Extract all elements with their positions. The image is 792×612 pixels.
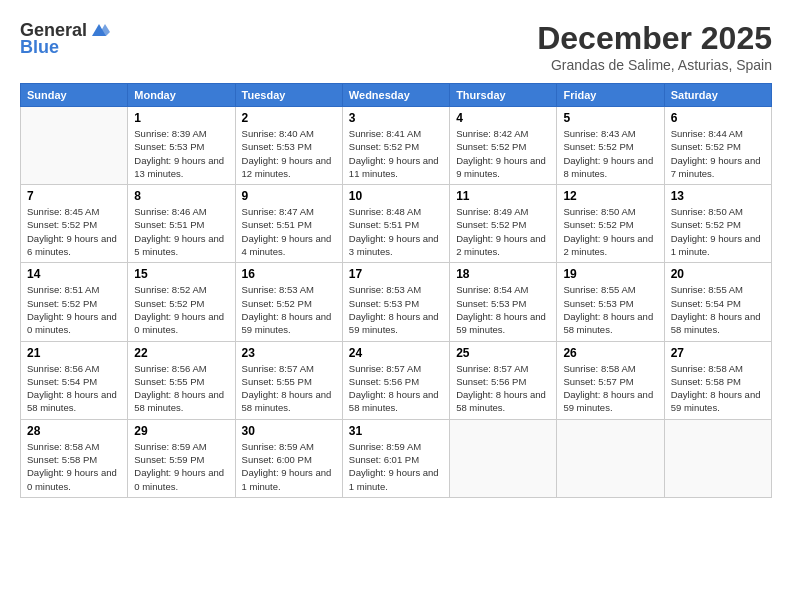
- day-info: Sunrise: 8:59 AMSunset: 5:59 PMDaylight:…: [134, 440, 228, 493]
- day-info: Sunrise: 8:42 AMSunset: 5:52 PMDaylight:…: [456, 127, 550, 180]
- day-number: 30: [242, 424, 336, 438]
- location-title: Grandas de Salime, Asturias, Spain: [537, 57, 772, 73]
- calendar-day-cell: [557, 419, 664, 497]
- day-number: 13: [671, 189, 765, 203]
- calendar-day-cell: 7Sunrise: 8:45 AMSunset: 5:52 PMDaylight…: [21, 185, 128, 263]
- day-info: Sunrise: 8:53 AMSunset: 5:52 PMDaylight:…: [242, 283, 336, 336]
- day-number: 8: [134, 189, 228, 203]
- calendar-day-cell: 1Sunrise: 8:39 AMSunset: 5:53 PMDaylight…: [128, 107, 235, 185]
- calendar-day-cell: 25Sunrise: 8:57 AMSunset: 5:56 PMDayligh…: [450, 341, 557, 419]
- day-number: 7: [27, 189, 121, 203]
- calendar-header-row: SundayMondayTuesdayWednesdayThursdayFrid…: [21, 84, 772, 107]
- day-number: 17: [349, 267, 443, 281]
- day-info: Sunrise: 8:40 AMSunset: 5:53 PMDaylight:…: [242, 127, 336, 180]
- day-number: 18: [456, 267, 550, 281]
- day-info: Sunrise: 8:59 AMSunset: 6:00 PMDaylight:…: [242, 440, 336, 493]
- day-number: 29: [134, 424, 228, 438]
- calendar-day-cell: 13Sunrise: 8:50 AMSunset: 5:52 PMDayligh…: [664, 185, 771, 263]
- logo: General Blue: [20, 20, 110, 58]
- calendar-day-cell: 21Sunrise: 8:56 AMSunset: 5:54 PMDayligh…: [21, 341, 128, 419]
- logo-icon: [88, 22, 110, 40]
- calendar-day-cell: [21, 107, 128, 185]
- day-info: Sunrise: 8:51 AMSunset: 5:52 PMDaylight:…: [27, 283, 121, 336]
- day-of-week-header: Sunday: [21, 84, 128, 107]
- day-number: 19: [563, 267, 657, 281]
- day-number: 3: [349, 111, 443, 125]
- day-of-week-header: Monday: [128, 84, 235, 107]
- day-info: Sunrise: 8:46 AMSunset: 5:51 PMDaylight:…: [134, 205, 228, 258]
- day-number: 21: [27, 346, 121, 360]
- day-info: Sunrise: 8:48 AMSunset: 5:51 PMDaylight:…: [349, 205, 443, 258]
- day-number: 20: [671, 267, 765, 281]
- calendar-day-cell: 30Sunrise: 8:59 AMSunset: 6:00 PMDayligh…: [235, 419, 342, 497]
- calendar-week-row: 1Sunrise: 8:39 AMSunset: 5:53 PMDaylight…: [21, 107, 772, 185]
- day-info: Sunrise: 8:57 AMSunset: 5:56 PMDaylight:…: [349, 362, 443, 415]
- day-info: Sunrise: 8:49 AMSunset: 5:52 PMDaylight:…: [456, 205, 550, 258]
- day-info: Sunrise: 8:39 AMSunset: 5:53 PMDaylight:…: [134, 127, 228, 180]
- calendar-day-cell: 29Sunrise: 8:59 AMSunset: 5:59 PMDayligh…: [128, 419, 235, 497]
- calendar-week-row: 21Sunrise: 8:56 AMSunset: 5:54 PMDayligh…: [21, 341, 772, 419]
- calendar-day-cell: 2Sunrise: 8:40 AMSunset: 5:53 PMDaylight…: [235, 107, 342, 185]
- day-number: 15: [134, 267, 228, 281]
- calendar-day-cell: 18Sunrise: 8:54 AMSunset: 5:53 PMDayligh…: [450, 263, 557, 341]
- day-number: 26: [563, 346, 657, 360]
- calendar-day-cell: [664, 419, 771, 497]
- calendar-day-cell: 31Sunrise: 8:59 AMSunset: 6:01 PMDayligh…: [342, 419, 449, 497]
- day-info: Sunrise: 8:58 AMSunset: 5:58 PMDaylight:…: [27, 440, 121, 493]
- day-number: 2: [242, 111, 336, 125]
- day-info: Sunrise: 8:58 AMSunset: 5:57 PMDaylight:…: [563, 362, 657, 415]
- month-title: December 2025: [537, 20, 772, 57]
- calendar-day-cell: 17Sunrise: 8:53 AMSunset: 5:53 PMDayligh…: [342, 263, 449, 341]
- day-info: Sunrise: 8:47 AMSunset: 5:51 PMDaylight:…: [242, 205, 336, 258]
- day-number: 24: [349, 346, 443, 360]
- calendar-table: SundayMondayTuesdayWednesdayThursdayFrid…: [20, 83, 772, 498]
- day-info: Sunrise: 8:56 AMSunset: 5:54 PMDaylight:…: [27, 362, 121, 415]
- header: General Blue December 2025 Grandas de Sa…: [20, 20, 772, 73]
- calendar-day-cell: 15Sunrise: 8:52 AMSunset: 5:52 PMDayligh…: [128, 263, 235, 341]
- calendar-day-cell: 5Sunrise: 8:43 AMSunset: 5:52 PMDaylight…: [557, 107, 664, 185]
- day-of-week-header: Thursday: [450, 84, 557, 107]
- day-number: 22: [134, 346, 228, 360]
- day-number: 4: [456, 111, 550, 125]
- day-number: 12: [563, 189, 657, 203]
- calendar-day-cell: 6Sunrise: 8:44 AMSunset: 5:52 PMDaylight…: [664, 107, 771, 185]
- day-number: 11: [456, 189, 550, 203]
- day-number: 9: [242, 189, 336, 203]
- day-number: 14: [27, 267, 121, 281]
- calendar-day-cell: 27Sunrise: 8:58 AMSunset: 5:58 PMDayligh…: [664, 341, 771, 419]
- day-info: Sunrise: 8:53 AMSunset: 5:53 PMDaylight:…: [349, 283, 443, 336]
- calendar-day-cell: 20Sunrise: 8:55 AMSunset: 5:54 PMDayligh…: [664, 263, 771, 341]
- day-info: Sunrise: 8:52 AMSunset: 5:52 PMDaylight:…: [134, 283, 228, 336]
- day-info: Sunrise: 8:57 AMSunset: 5:55 PMDaylight:…: [242, 362, 336, 415]
- calendar-day-cell: 10Sunrise: 8:48 AMSunset: 5:51 PMDayligh…: [342, 185, 449, 263]
- logo-blue: Blue: [20, 37, 59, 58]
- day-of-week-header: Wednesday: [342, 84, 449, 107]
- day-number: 16: [242, 267, 336, 281]
- day-number: 31: [349, 424, 443, 438]
- day-of-week-header: Friday: [557, 84, 664, 107]
- calendar-day-cell: 12Sunrise: 8:50 AMSunset: 5:52 PMDayligh…: [557, 185, 664, 263]
- day-info: Sunrise: 8:41 AMSunset: 5:52 PMDaylight:…: [349, 127, 443, 180]
- day-info: Sunrise: 8:57 AMSunset: 5:56 PMDaylight:…: [456, 362, 550, 415]
- day-info: Sunrise: 8:59 AMSunset: 6:01 PMDaylight:…: [349, 440, 443, 493]
- calendar-day-cell: 14Sunrise: 8:51 AMSunset: 5:52 PMDayligh…: [21, 263, 128, 341]
- day-number: 27: [671, 346, 765, 360]
- calendar-day-cell: 26Sunrise: 8:58 AMSunset: 5:57 PMDayligh…: [557, 341, 664, 419]
- day-number: 10: [349, 189, 443, 203]
- calendar-week-row: 14Sunrise: 8:51 AMSunset: 5:52 PMDayligh…: [21, 263, 772, 341]
- day-info: Sunrise: 8:56 AMSunset: 5:55 PMDaylight:…: [134, 362, 228, 415]
- calendar-day-cell: 4Sunrise: 8:42 AMSunset: 5:52 PMDaylight…: [450, 107, 557, 185]
- calendar-day-cell: 9Sunrise: 8:47 AMSunset: 5:51 PMDaylight…: [235, 185, 342, 263]
- day-number: 5: [563, 111, 657, 125]
- day-number: 23: [242, 346, 336, 360]
- calendar-day-cell: 3Sunrise: 8:41 AMSunset: 5:52 PMDaylight…: [342, 107, 449, 185]
- day-info: Sunrise: 8:55 AMSunset: 5:54 PMDaylight:…: [671, 283, 765, 336]
- calendar-day-cell: 22Sunrise: 8:56 AMSunset: 5:55 PMDayligh…: [128, 341, 235, 419]
- calendar-day-cell: 16Sunrise: 8:53 AMSunset: 5:52 PMDayligh…: [235, 263, 342, 341]
- day-info: Sunrise: 8:54 AMSunset: 5:53 PMDaylight:…: [456, 283, 550, 336]
- day-info: Sunrise: 8:50 AMSunset: 5:52 PMDaylight:…: [563, 205, 657, 258]
- day-of-week-header: Tuesday: [235, 84, 342, 107]
- day-info: Sunrise: 8:50 AMSunset: 5:52 PMDaylight:…: [671, 205, 765, 258]
- day-info: Sunrise: 8:44 AMSunset: 5:52 PMDaylight:…: [671, 127, 765, 180]
- calendar-day-cell: 11Sunrise: 8:49 AMSunset: 5:52 PMDayligh…: [450, 185, 557, 263]
